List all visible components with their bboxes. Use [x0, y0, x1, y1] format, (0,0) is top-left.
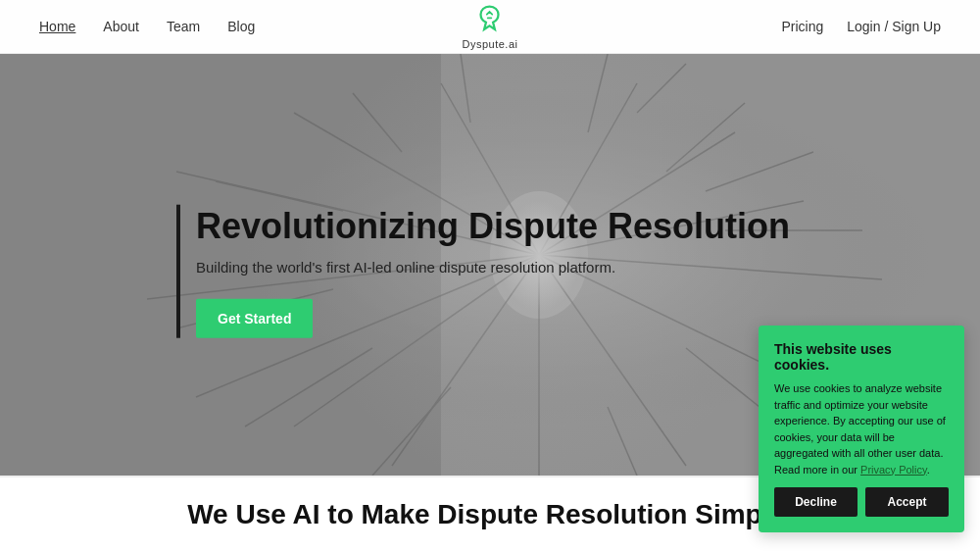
hero-content: Revolutionizing Dispute Resolution Build…	[176, 205, 790, 338]
logo-icon	[472, 3, 508, 38]
nav-link-pricing[interactable]: Pricing	[781, 19, 823, 34]
logo-text: Dyspute.ai	[463, 38, 518, 50]
nav-link-home[interactable]: Home	[39, 19, 75, 34]
hero-subtitle: Building the world's first AI-led online…	[196, 259, 627, 276]
navbar: Home About Team Blog Dyspute.ai Pricing …	[0, 0, 980, 54]
get-started-button[interactable]: Get Started	[196, 299, 313, 338]
cookie-body: We use cookies to analyze website traffi…	[774, 380, 949, 477]
cookie-title: This website uses cookies.	[774, 341, 949, 373]
nav-link-login[interactable]: Login / Sign Up	[847, 19, 941, 34]
cookie-buttons: Decline Accept	[774, 487, 949, 517]
accept-button[interactable]: Accept	[865, 487, 949, 517]
bottom-title: We Use AI to Make Dispute Resolution Sim…	[187, 499, 793, 530]
hero-title: Revolutionizing Dispute Resolution	[196, 205, 790, 247]
nav-link-team[interactable]: Team	[167, 19, 200, 34]
privacy-policy-link[interactable]: Privacy Policy	[860, 464, 927, 476]
cookie-banner: This website uses cookies. We use cookie…	[759, 326, 964, 532]
nav-link-about[interactable]: About	[103, 19, 139, 34]
nav-right: Pricing Login / Sign Up	[781, 19, 941, 34]
decline-button[interactable]: Decline	[774, 487, 858, 517]
nav-left: Home About Team Blog	[39, 19, 255, 34]
logo[interactable]: Dyspute.ai	[463, 3, 518, 50]
nav-link-blog[interactable]: Blog	[227, 19, 255, 34]
